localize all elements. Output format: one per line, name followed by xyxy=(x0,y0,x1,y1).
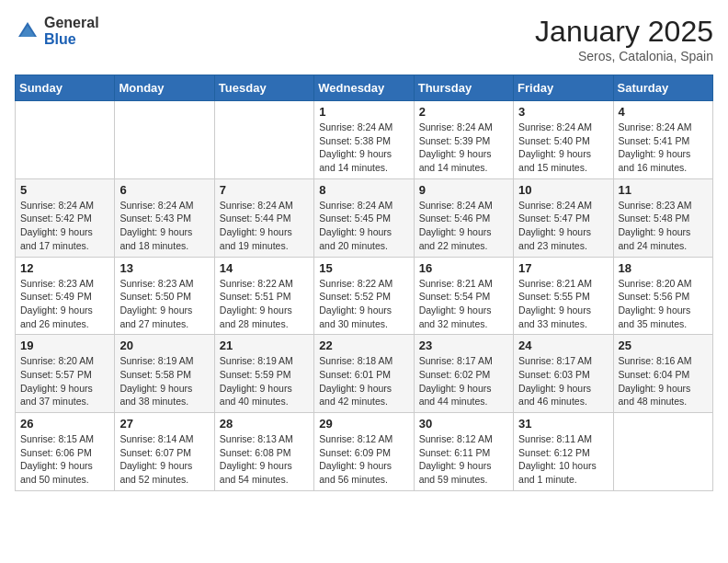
calendar-cell: 4Sunrise: 8:24 AMSunset: 5:41 PMDaylight… xyxy=(613,101,712,179)
weekday-header-row: SundayMondayTuesdayWednesdayThursdayFrid… xyxy=(16,75,713,101)
calendar-cell: 29Sunrise: 8:12 AMSunset: 6:09 PMDayligh… xyxy=(314,413,414,491)
day-info: Sunrise: 8:11 AMSunset: 6:12 PMDaylight:… xyxy=(518,432,608,487)
calendar-cell xyxy=(613,413,712,491)
day-info: Sunrise: 8:21 AMSunset: 5:54 PMDaylight:… xyxy=(419,277,508,331)
calendar-cell: 28Sunrise: 8:13 AMSunset: 6:08 PMDayligh… xyxy=(214,413,313,491)
logo-general-text: General xyxy=(44,15,99,31)
day-info: Sunrise: 8:24 AMSunset: 5:46 PMDaylight:… xyxy=(419,199,508,253)
day-info: Sunrise: 8:12 AMSunset: 6:09 PMDaylight:… xyxy=(319,432,408,487)
title-area: January 2025 Seros, Catalonia, Spain xyxy=(535,15,713,63)
calendar-cell: 8Sunrise: 8:24 AMSunset: 5:45 PMDaylight… xyxy=(314,178,414,257)
calendar-cell: 26Sunrise: 8:15 AMSunset: 6:06 PMDayligh… xyxy=(16,413,115,491)
day-info: Sunrise: 8:24 AMSunset: 5:47 PMDaylight:… xyxy=(518,199,608,253)
day-info: Sunrise: 8:22 AMSunset: 5:51 PMDaylight:… xyxy=(220,277,309,331)
day-number: 31 xyxy=(518,417,608,431)
day-number: 30 xyxy=(419,417,508,431)
day-info: Sunrise: 8:20 AMSunset: 5:56 PMDaylight:… xyxy=(619,277,708,331)
day-number: 2 xyxy=(419,105,508,119)
day-number: 13 xyxy=(119,261,209,275)
day-number: 17 xyxy=(518,261,608,275)
day-number: 7 xyxy=(220,183,309,197)
day-info: Sunrise: 8:19 AMSunset: 5:58 PMDaylight:… xyxy=(119,354,209,408)
day-info: Sunrise: 8:14 AMSunset: 6:07 PMDaylight:… xyxy=(119,432,209,487)
day-number: 18 xyxy=(619,261,708,275)
calendar-cell: 14Sunrise: 8:22 AMSunset: 5:51 PMDayligh… xyxy=(214,257,313,335)
day-info: Sunrise: 8:23 AMSunset: 5:48 PMDaylight:… xyxy=(619,199,708,253)
day-number: 15 xyxy=(319,261,408,275)
calendar-cell xyxy=(115,101,214,179)
day-number: 10 xyxy=(518,183,608,197)
day-number: 16 xyxy=(419,261,508,275)
calendar-cell: 6Sunrise: 8:24 AMSunset: 5:43 PMDaylight… xyxy=(115,178,214,257)
day-number: 1 xyxy=(319,105,408,119)
calendar-cell: 25Sunrise: 8:16 AMSunset: 6:04 PMDayligh… xyxy=(613,335,712,413)
day-info: Sunrise: 8:16 AMSunset: 6:04 PMDaylight:… xyxy=(619,354,708,408)
calendar-cell: 21Sunrise: 8:19 AMSunset: 5:59 PMDayligh… xyxy=(214,335,313,413)
day-number: 24 xyxy=(518,339,608,352)
calendar-cell: 24Sunrise: 8:17 AMSunset: 6:03 PMDayligh… xyxy=(514,335,613,413)
calendar-cell: 22Sunrise: 8:18 AMSunset: 6:01 PMDayligh… xyxy=(314,335,414,413)
day-info: Sunrise: 8:22 AMSunset: 5:52 PMDaylight:… xyxy=(319,277,408,331)
day-number: 20 xyxy=(119,339,209,352)
day-number: 5 xyxy=(20,183,109,197)
calendar-body: 1Sunrise: 8:24 AMSunset: 5:38 PMDaylight… xyxy=(16,101,713,491)
logo-blue-text: Blue xyxy=(44,31,99,48)
day-number: 25 xyxy=(619,339,708,352)
day-info: Sunrise: 8:20 AMSunset: 5:57 PMDaylight:… xyxy=(20,354,109,408)
logo-icon xyxy=(15,18,40,44)
logo-text: General Blue xyxy=(44,15,99,47)
calendar-cell: 20Sunrise: 8:19 AMSunset: 5:58 PMDayligh… xyxy=(115,335,214,413)
calendar-cell: 31Sunrise: 8:11 AMSunset: 6:12 PMDayligh… xyxy=(514,413,613,491)
calendar-week-row: 26Sunrise: 8:15 AMSunset: 6:06 PMDayligh… xyxy=(16,413,713,491)
day-number: 11 xyxy=(619,183,708,197)
day-info: Sunrise: 8:24 AMSunset: 5:38 PMDaylight:… xyxy=(319,121,408,175)
location: Seros, Catalonia, Spain xyxy=(535,49,713,63)
day-number: 21 xyxy=(220,339,309,352)
day-number: 8 xyxy=(319,183,408,197)
day-info: Sunrise: 8:13 AMSunset: 6:08 PMDaylight:… xyxy=(220,432,309,487)
calendar-cell: 18Sunrise: 8:20 AMSunset: 5:56 PMDayligh… xyxy=(613,257,712,335)
day-info: Sunrise: 8:17 AMSunset: 6:03 PMDaylight:… xyxy=(518,354,608,408)
day-number: 27 xyxy=(119,417,209,431)
calendar-cell: 5Sunrise: 8:24 AMSunset: 5:42 PMDaylight… xyxy=(16,178,115,257)
day-number: 22 xyxy=(319,339,408,352)
day-number: 29 xyxy=(319,417,408,431)
day-info: Sunrise: 8:24 AMSunset: 5:41 PMDaylight:… xyxy=(619,121,708,175)
day-info: Sunrise: 8:23 AMSunset: 5:50 PMDaylight:… xyxy=(119,277,209,331)
day-info: Sunrise: 8:24 AMSunset: 5:44 PMDaylight:… xyxy=(220,199,309,253)
weekday-header-cell: Thursday xyxy=(414,75,513,101)
day-number: 3 xyxy=(518,105,608,119)
weekday-header-cell: Saturday xyxy=(613,75,712,101)
calendar-cell: 23Sunrise: 8:17 AMSunset: 6:02 PMDayligh… xyxy=(414,335,513,413)
calendar-week-row: 1Sunrise: 8:24 AMSunset: 5:38 PMDaylight… xyxy=(16,101,713,179)
day-number: 4 xyxy=(619,105,708,119)
day-info: Sunrise: 8:21 AMSunset: 5:55 PMDaylight:… xyxy=(518,277,608,331)
calendar-cell xyxy=(214,101,313,179)
weekday-header-cell: Sunday xyxy=(16,75,115,101)
calendar: SundayMondayTuesdayWednesdayThursdayFrid… xyxy=(15,75,713,491)
day-number: 9 xyxy=(419,183,508,197)
calendar-week-row: 19Sunrise: 8:20 AMSunset: 5:57 PMDayligh… xyxy=(16,335,713,413)
weekday-header-cell: Friday xyxy=(514,75,613,101)
day-number: 19 xyxy=(20,339,109,352)
weekday-header-cell: Wednesday xyxy=(314,75,414,101)
calendar-week-row: 5Sunrise: 8:24 AMSunset: 5:42 PMDaylight… xyxy=(16,178,713,257)
calendar-cell: 13Sunrise: 8:23 AMSunset: 5:50 PMDayligh… xyxy=(115,257,214,335)
logo: General Blue xyxy=(15,15,99,47)
calendar-cell: 15Sunrise: 8:22 AMSunset: 5:52 PMDayligh… xyxy=(314,257,414,335)
calendar-cell: 17Sunrise: 8:21 AMSunset: 5:55 PMDayligh… xyxy=(514,257,613,335)
calendar-week-row: 12Sunrise: 8:23 AMSunset: 5:49 PMDayligh… xyxy=(16,257,713,335)
calendar-cell: 7Sunrise: 8:24 AMSunset: 5:44 PMDaylight… xyxy=(214,178,313,257)
day-number: 12 xyxy=(20,261,109,275)
calendar-cell: 11Sunrise: 8:23 AMSunset: 5:48 PMDayligh… xyxy=(613,178,712,257)
day-info: Sunrise: 8:18 AMSunset: 6:01 PMDaylight:… xyxy=(319,354,408,408)
day-number: 14 xyxy=(220,261,309,275)
header: General Blue January 2025 Seros, Catalon… xyxy=(15,15,713,63)
calendar-cell: 1Sunrise: 8:24 AMSunset: 5:38 PMDaylight… xyxy=(314,101,414,179)
day-info: Sunrise: 8:24 AMSunset: 5:45 PMDaylight:… xyxy=(319,199,408,253)
day-info: Sunrise: 8:24 AMSunset: 5:40 PMDaylight:… xyxy=(518,121,608,175)
calendar-cell xyxy=(16,101,115,179)
weekday-header-cell: Monday xyxy=(115,75,214,101)
day-info: Sunrise: 8:15 AMSunset: 6:06 PMDaylight:… xyxy=(20,432,109,487)
calendar-cell: 10Sunrise: 8:24 AMSunset: 5:47 PMDayligh… xyxy=(514,178,613,257)
